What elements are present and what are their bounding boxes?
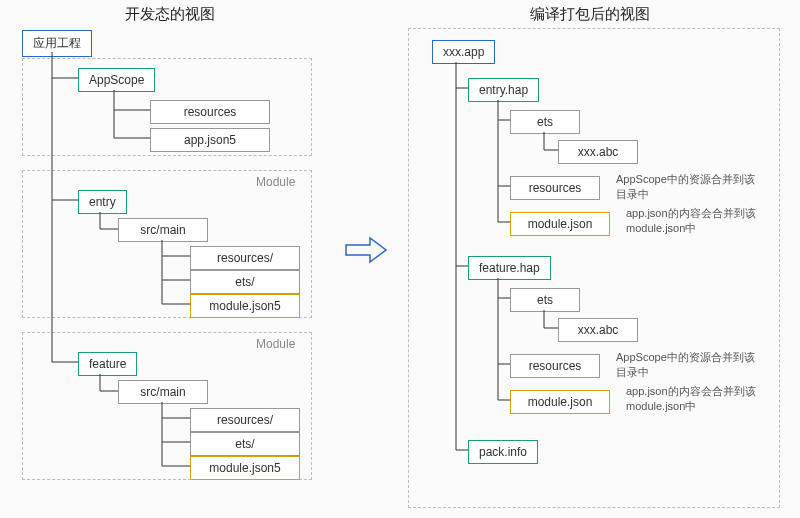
featurehap-resources-note: AppScope中的资源合并到该目录中	[616, 350, 756, 380]
appscope-node: AppScope	[78, 68, 155, 92]
entryhap-modulejson-note: app.json的内容会合并到该module.json中	[626, 206, 766, 236]
entryhap-node: entry.hap	[468, 78, 539, 102]
feature-ets-node: ets/	[190, 432, 300, 456]
entryhap-resources-node: resources	[510, 176, 600, 200]
entry-ets-node: ets/	[190, 270, 300, 294]
entry-srcmain-node: src/main	[118, 218, 208, 242]
featurehap-modulejson-node: module.json	[510, 390, 610, 414]
featurehap-node: feature.hap	[468, 256, 551, 280]
right-title: 编译打包后的视图	[500, 5, 680, 24]
entry-resources-node: resources/	[190, 246, 300, 270]
feature-node: feature	[78, 352, 137, 376]
transform-arrow-icon	[344, 235, 388, 268]
left-title: 开发态的视图	[90, 5, 250, 24]
feature-module-label: Module	[256, 337, 295, 351]
appscope-appjson5-node: app.json5	[150, 128, 270, 152]
left-root-node: 应用工程	[22, 30, 92, 57]
right-outer-group	[408, 28, 780, 508]
entryhap-resources-note: AppScope中的资源合并到该目录中	[616, 172, 756, 202]
entry-node: entry	[78, 190, 127, 214]
featurehap-resources-node: resources	[510, 354, 600, 378]
entryhap-ets-node: ets	[510, 110, 580, 134]
right-root-node: xxx.app	[432, 40, 495, 64]
feature-modulejson5-node: module.json5	[190, 456, 300, 480]
entryhap-abc-node: xxx.abc	[558, 140, 638, 164]
featurehap-ets-node: ets	[510, 288, 580, 312]
feature-srcmain-node: src/main	[118, 380, 208, 404]
appscope-resources-node: resources	[150, 100, 270, 124]
featurehap-modulejson-note: app.json的内容会合并到该module.json中	[626, 384, 766, 414]
entry-modulejson5-node: module.json5	[190, 294, 300, 318]
featurehap-abc-node: xxx.abc	[558, 318, 638, 342]
entry-module-label: Module	[256, 175, 295, 189]
packinfo-node: pack.info	[468, 440, 538, 464]
feature-resources-node: resources/	[190, 408, 300, 432]
entryhap-modulejson-node: module.json	[510, 212, 610, 236]
